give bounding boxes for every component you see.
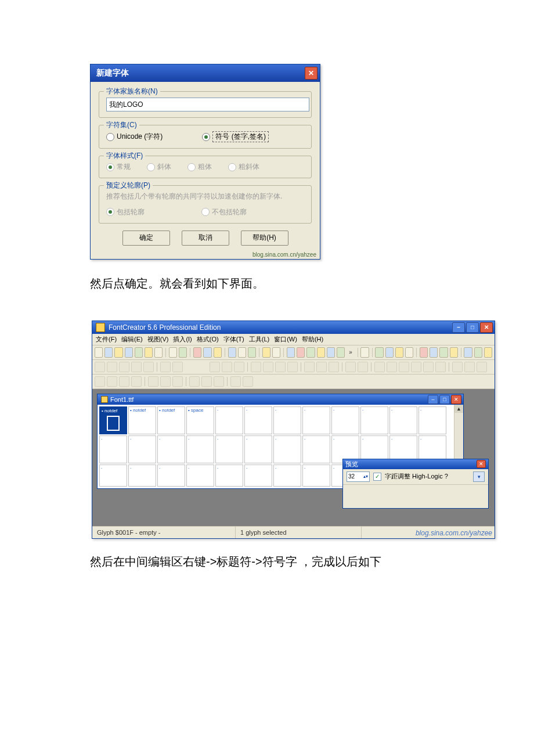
glyph-cell[interactable]: · [186,465,214,487]
tool-icon[interactable] [154,347,163,358]
child-titlebar[interactable]: Font1.ttf – □ ✕ [98,394,463,405]
cancel-button[interactable]: 取消 [182,231,229,246]
maximize-icon[interactable]: □ [439,395,450,404]
glyph-cell[interactable]: · [244,465,272,487]
dialog-titlebar[interactable]: 新建字体 ✕ [91,64,320,82]
close-icon[interactable]: ✕ [305,67,317,80]
tool-icon[interactable] [248,347,256,358]
radio-unicode[interactable]: Unicode (字符) [106,131,163,142]
glyph-cell[interactable]: • notdef [128,406,156,434]
glyph-cell[interactable]: · [215,465,243,487]
tool-icon[interactable] [474,347,482,358]
glyph-cell[interactable]: · [157,435,185,463]
menu-edit[interactable]: 编辑(E) [121,335,143,344]
tool-icon[interactable] [179,347,187,358]
toolbar-separator [227,377,228,386]
toolbar-overflow-icon[interactable]: » [347,349,355,355]
app-titlebar[interactable]: FontCreator 5.6 Professional Edition – □… [92,321,495,334]
close-icon[interactable]: ✕ [477,460,486,468]
glyph-cell[interactable]: • space [186,406,214,434]
ok-button[interactable]: 确定 [122,231,170,246]
glyph-cell[interactable]: · [128,465,156,487]
menu-tools[interactable]: 工具(L) [249,335,269,344]
tool-icon[interactable] [214,347,222,358]
tool-icon[interactable] [484,347,492,358]
tool-icon[interactable] [405,347,413,358]
glyph-cell[interactable]: · [273,406,301,434]
close-icon[interactable]: ✕ [480,322,493,333]
tool-icon[interactable] [385,347,394,358]
tool-icon[interactable] [420,347,428,358]
menu-font[interactable]: 字体(T) [223,335,244,344]
tool-icon[interactable] [114,347,122,358]
glyph-cell[interactable]: · [273,465,301,487]
tool-icon[interactable] [193,347,201,358]
tool-icon[interactable] [145,347,153,358]
glyph-cell[interactable]: · [418,406,446,434]
glyph-cell[interactable]: · [331,406,359,434]
tool-icon[interactable] [169,347,177,358]
menu-format[interactable]: 格式(O) [197,335,219,344]
preview-panel[interactable]: 预览 ✕ 32 ▴▾ ✓ 字距调整 High-Logic ? ▾ [342,459,489,509]
glyph-cell[interactable]: • notdef [99,406,127,434]
tool-icon[interactable] [238,347,246,358]
tool-icon[interactable] [287,347,295,358]
glyph-cell[interactable]: · [215,406,243,434]
glyph-cell[interactable]: · [302,406,330,434]
glyph-cell[interactable]: · [99,465,127,487]
tool-icon[interactable] [95,347,103,358]
radio-symbol[interactable]: 符号 (签字,签名) [202,131,269,142]
tool-icon[interactable] [375,347,383,358]
spinner-arrows-icon[interactable]: ▴▾ [363,474,368,479]
tool-icon[interactable] [337,347,345,358]
glyph-cell[interactable]: · [244,435,272,463]
tool-icon[interactable] [125,347,133,358]
tool-icon[interactable] [135,347,143,358]
preview-titlebar[interactable]: 预览 ✕ [343,459,488,469]
tool-icon[interactable] [317,347,325,358]
menu-window[interactable]: 窗口(W) [274,335,297,344]
minimize-icon[interactable]: – [428,395,438,404]
glyph-cell[interactable]: · [128,435,156,463]
tool-icon [230,376,241,387]
tool-icon[interactable] [464,347,472,358]
tool-icon[interactable] [439,347,448,358]
glyph-cell[interactable]: · [186,435,214,463]
tool-icon[interactable] [450,347,458,358]
glyph-cell[interactable]: · [389,406,417,434]
glyph-cell[interactable]: · [244,406,272,434]
glyph-cell[interactable]: · [273,435,301,463]
scroll-up-icon[interactable]: ▲ [454,405,463,413]
child-title: Font1.ttf [110,396,134,403]
family-name-input[interactable] [106,98,309,111]
tool-icon[interactable] [262,347,270,358]
glyph-cell[interactable]: · [302,435,330,463]
tool-icon[interactable] [360,347,369,358]
tool-icon[interactable] [395,347,403,358]
glyph-cell[interactable]: · [99,435,127,463]
menu-file[interactable]: 文件(F) [96,335,117,344]
menu-insert[interactable]: 插入(I) [173,335,192,344]
tool-icon[interactable] [203,347,211,358]
preview-size-spinner[interactable]: 32 ▴▾ [347,471,370,482]
menu-view[interactable]: 视图(V) [147,335,169,344]
tool-icon[interactable] [306,347,315,358]
tool-icon[interactable] [327,347,335,358]
glyph-cell[interactable]: · [360,406,388,434]
tool-icon[interactable] [430,347,438,358]
glyph-cell[interactable]: · [157,465,185,487]
menu-help[interactable]: 帮助(H) [302,335,323,344]
kerning-checkbox[interactable]: ✓ [373,473,381,481]
help-button[interactable]: 帮助(H) [241,231,288,246]
glyph-cell[interactable]: • notdef [157,406,185,434]
tool-icon[interactable] [272,347,280,358]
close-icon[interactable]: ✕ [451,395,461,404]
tool-icon[interactable] [228,347,236,358]
glyph-cell[interactable]: · [302,465,330,487]
minimize-icon[interactable]: – [452,322,465,333]
dropdown-icon[interactable]: ▾ [473,471,485,482]
tool-icon[interactable] [297,347,305,358]
glyph-cell[interactable]: · [215,435,243,463]
maximize-icon[interactable]: □ [466,322,479,333]
tool-icon[interactable] [104,347,113,358]
